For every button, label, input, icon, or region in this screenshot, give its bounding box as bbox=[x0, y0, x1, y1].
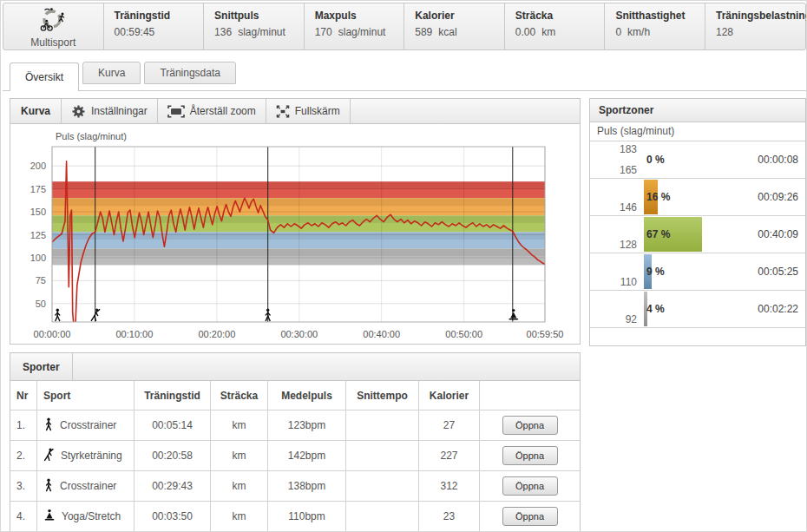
zone-upper-limit: 183 bbox=[590, 143, 637, 155]
sport-distance: km bbox=[210, 410, 267, 440]
tab-översikt[interactable]: Översikt bbox=[10, 62, 79, 91]
summary-metric-unit: km bbox=[541, 26, 555, 38]
summary-metric-maxpuls: Maxpuls170slag/minut bbox=[304, 3, 404, 49]
sport-name-cell: Styrketräning bbox=[36, 441, 134, 470]
chart-toolbar: Kurva InställningarÅterställ zoomFullskä… bbox=[10, 99, 580, 124]
summary-metric-label: Sträcka bbox=[515, 10, 605, 22]
x-axis-tick: 00:10:00 bbox=[115, 329, 153, 339]
hr-zone-row: 1109 %00:05:25 bbox=[590, 253, 805, 291]
summary-metric-number: 0.00 bbox=[515, 26, 535, 38]
sport-action-cell: Öppna bbox=[479, 471, 580, 501]
y-axis-tick: 125 bbox=[30, 230, 46, 240]
hr-zone-row: 924 %00:02:22 bbox=[590, 291, 805, 328]
summary-metric-value: 589kcal bbox=[415, 26, 504, 38]
crosstrainer-icon bbox=[43, 417, 54, 434]
summary-metric-unit: slag/minut bbox=[338, 26, 386, 38]
crosstrainer-icon bbox=[43, 478, 54, 495]
sport-duration: 00:29:43 bbox=[134, 471, 210, 501]
summary-metric-snitthastighet: Snitthastighet0km/h bbox=[604, 3, 705, 49]
tab-bar: ÖversiktKurvaTräningsdata bbox=[3, 62, 806, 91]
heart-rate-chart[interactable]: Puls (slag/minut)507510012515017520000:0… bbox=[10, 124, 580, 344]
sport-action-cell: Öppna bbox=[479, 502, 580, 531]
summary-metric-value: 00:59:45 bbox=[115, 26, 204, 38]
sport-avg-hr: 142bpm bbox=[267, 441, 345, 470]
row-number: 3. bbox=[10, 471, 36, 501]
sport-pace bbox=[345, 441, 418, 470]
y-axis-tick: 75 bbox=[36, 275, 46, 286]
column-header: Sträcka bbox=[210, 381, 267, 410]
sport-avg-hr: 138bpm bbox=[267, 471, 345, 501]
sport-calories: 312 bbox=[418, 471, 479, 501]
sport-avg-hr: 110bpm bbox=[267, 502, 345, 531]
x-axis-tick: 00:00:00 bbox=[34, 329, 71, 339]
column-header: Sport bbox=[36, 381, 134, 410]
fullscreen-icon bbox=[276, 105, 290, 118]
sport-pace bbox=[345, 471, 418, 501]
table-row: 1.Crosstrainer00:05:14km123bpm27Öppna bbox=[10, 410, 580, 440]
sport-marker-yoga-icon bbox=[508, 309, 518, 320]
summary-metric-kalorier: Kalorier589kcal bbox=[404, 3, 504, 49]
zone-lower-limit: 110 bbox=[590, 276, 637, 288]
sport-name: Crosstrainer bbox=[60, 480, 116, 492]
column-header: Snittempo bbox=[345, 381, 418, 410]
summary-metric-value: 170slag/minut bbox=[315, 26, 404, 38]
sport-distance: km bbox=[210, 471, 267, 501]
sport-zones-title: Sportzoner bbox=[590, 99, 805, 122]
sport-type-label: Multisport bbox=[30, 36, 75, 49]
zone-percent: 16 % bbox=[646, 191, 670, 203]
column-header: Medelpuls bbox=[267, 381, 345, 410]
sport-name-cell: Crosstrainer bbox=[36, 410, 134, 440]
row-number: 4. bbox=[10, 502, 36, 531]
summary-metric-number: 589 bbox=[415, 26, 432, 38]
open-button[interactable]: Öppna bbox=[502, 507, 558, 526]
open-button[interactable]: Öppna bbox=[502, 446, 558, 465]
sport-pace bbox=[345, 410, 418, 440]
zone-time: 00:40:09 bbox=[758, 228, 798, 240]
toolbar-button-label: Fullskärm bbox=[295, 105, 340, 117]
yoga-icon bbox=[43, 509, 56, 525]
toolbar-button-label: Återställ zoom bbox=[190, 105, 256, 117]
chart-title: Puls (slag/minut) bbox=[56, 131, 127, 141]
summary-metric-number: 136 bbox=[214, 26, 232, 38]
curve-panel: Kurva InställningarÅterställ zoomFullskä… bbox=[10, 98, 581, 345]
reset-zoom-icon bbox=[167, 105, 185, 118]
toolbar-button-fullscreen[interactable]: Fullskärm bbox=[266, 99, 351, 123]
sport-zones-list: 1831650 %00:00:0814616 %00:09:2612867 %0… bbox=[590, 141, 805, 328]
column-header: Kalorier bbox=[418, 381, 479, 410]
summary-metric-label: Träningsbelastning bbox=[716, 10, 805, 22]
y-axis-tick: 175 bbox=[30, 184, 46, 194]
sport-zones-subtitle: Puls (slag/minut) bbox=[590, 122, 805, 141]
zone-time: 00:05:25 bbox=[758, 266, 798, 278]
toolbar-button-gear[interactable]: Inställningar bbox=[62, 99, 158, 123]
tab-kurva[interactable]: Kurva bbox=[82, 62, 141, 84]
summary-metric-label: Snittpuls bbox=[214, 10, 304, 22]
toolbar-button-reset-zoom[interactable]: Återställ zoom bbox=[158, 99, 266, 123]
summary-metric-value: 136slag/minut bbox=[214, 26, 304, 38]
summary-metric-träningsbelastning: Träningsbelastning128 bbox=[705, 3, 805, 49]
hr-zone-row: 12867 %00:40:09 bbox=[590, 216, 805, 253]
open-button[interactable]: Öppna bbox=[502, 476, 558, 496]
table-row: 2.Styrketräning00:20:58km142bpm227Öppna bbox=[10, 440, 580, 470]
hr-zone-row: 14616 %00:09:26 bbox=[590, 179, 805, 216]
sports-panel: Sporter NrSportTräningstidSträckaMedelpu… bbox=[10, 352, 581, 532]
sport-duration: 00:03:50 bbox=[134, 502, 210, 531]
toolbar-button-label: Inställningar bbox=[91, 105, 148, 117]
summary-metric-unit: kcal bbox=[438, 26, 456, 38]
sport-type-cell: Multisport bbox=[3, 3, 103, 49]
sport-name-cell: Yoga/Stretch bbox=[36, 502, 134, 531]
sport-zones-empty-row bbox=[590, 328, 805, 345]
row-number: 2. bbox=[10, 441, 36, 470]
zone-percent: 67 % bbox=[646, 228, 670, 240]
tab-träningsdata[interactable]: Träningsdata bbox=[144, 62, 236, 84]
sport-action-cell: Öppna bbox=[479, 410, 580, 440]
zone-time: 00:09:26 bbox=[758, 191, 798, 203]
summary-metric-unit: km/h bbox=[627, 26, 650, 38]
sport-duration: 00:05:14 bbox=[134, 410, 210, 440]
sports-panel-title: Sporter bbox=[10, 353, 73, 380]
sport-name: Yoga/Stretch bbox=[62, 510, 121, 522]
sport-avg-hr: 123bpm bbox=[267, 410, 345, 440]
summary-metric-sträcka: Sträcka0.00km bbox=[504, 3, 605, 49]
open-button[interactable]: Öppna bbox=[502, 416, 558, 435]
summary-metric-label: Snitthastighet bbox=[615, 10, 705, 22]
y-axis-tick: 200 bbox=[30, 161, 46, 171]
